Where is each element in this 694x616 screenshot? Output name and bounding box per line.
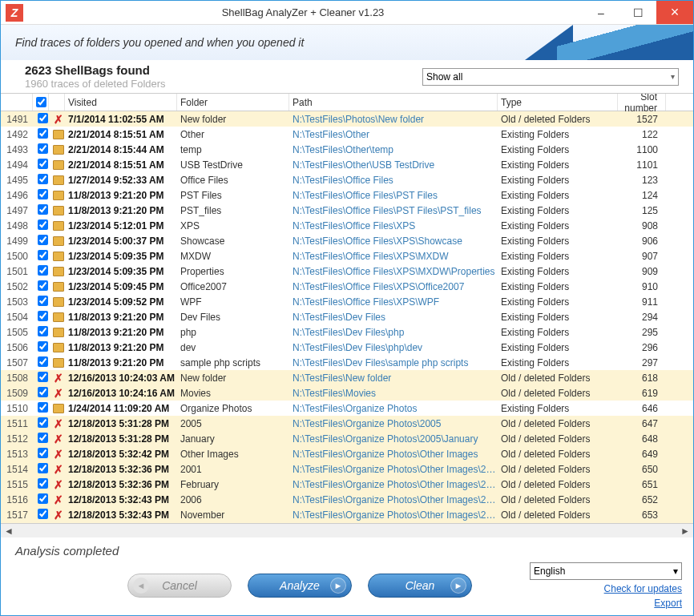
col-checkbox[interactable] (33, 94, 49, 111)
row-checkbox[interactable] (38, 189, 48, 199)
table-row[interactable]: 1512✗12/18/2013 5:31:28 PMJanuaryN:\Test… (1, 431, 693, 446)
col-slot[interactable]: Slot number (618, 94, 666, 111)
row-checkbox[interactable] (38, 356, 48, 367)
row-checkbox[interactable] (38, 448, 48, 458)
row-checkbox[interactable] (38, 159, 48, 169)
row-checkbox[interactable] (38, 143, 48, 154)
minimize-button[interactable]: – (583, 1, 619, 24)
table-row[interactable]: 149711/8/2013 9:21:20 PMPST_filesN:\Test… (1, 203, 693, 218)
row-checkbox[interactable] (38, 113, 48, 123)
row-checkbox[interactable] (38, 509, 48, 519)
table-row[interactable]: 1509✗12/16/2013 10:24:16 AMMoviesN:\Test… (1, 385, 693, 401)
col-type[interactable]: Type (498, 94, 618, 111)
table-row[interactable]: 15001/23/2014 5:09:35 PMMXDWN:\TestFiles… (1, 248, 693, 264)
row-checkbox[interactable] (38, 402, 48, 413)
row-checkbox[interactable] (38, 493, 48, 504)
col-icon[interactable] (49, 94, 65, 111)
cell-type: Existing Folders (498, 175, 618, 186)
analyze-button[interactable]: Analyze ► (248, 574, 352, 598)
row-checkbox[interactable] (38, 204, 48, 215)
table-row[interactable]: 14991/23/2014 5:00:37 PMShowcaseN:\TestF… (1, 233, 693, 248)
scroll-left-icon[interactable]: ◄ (4, 525, 14, 537)
table-row[interactable]: 1511✗12/18/2013 5:31:28 PM2005N:\TestFil… (1, 416, 693, 431)
row-checkbox[interactable] (38, 280, 48, 291)
table-row[interactable]: 14942/21/2014 8:15:51 AMUSB TestDriveN:\… (1, 157, 693, 172)
table-row[interactable]: 150511/8/2013 9:21:20 PMphpN:\TestFiles\… (1, 324, 693, 340)
table-row[interactable]: 15011/23/2014 5:09:35 PMPropertiesN:\Tes… (1, 264, 693, 279)
deleted-icon: ✗ (54, 449, 63, 460)
row-checkbox[interactable] (38, 463, 48, 473)
table-row[interactable]: 149611/8/2013 9:21:20 PMPST FilesN:\Test… (1, 187, 693, 203)
row-checkbox[interactable] (38, 387, 48, 397)
table-row[interactable]: 1508✗12/16/2013 10:24:03 AMNew folderN:\… (1, 370, 693, 385)
table-row[interactable]: 1513✗12/18/2013 5:32:42 PMOther ImagesN:… (1, 446, 693, 461)
table-row[interactable]: 14951/27/2014 9:52:33 AMOffice FilesN:\T… (1, 172, 693, 187)
table-row[interactable]: 1516✗12/18/2013 5:32:43 PM2006N:\TestFil… (1, 492, 693, 507)
cell-folder: Movies (177, 388, 289, 399)
table-row[interactable]: 15031/23/2014 5:09:52 PMWPFN:\TestFiles\… (1, 294, 693, 309)
col-index[interactable] (1, 94, 33, 111)
col-visited[interactable]: Visited (65, 94, 177, 111)
export-link[interactable]: Export (654, 598, 682, 609)
row-checkbox[interactable] (38, 433, 48, 443)
cell-icon (49, 267, 65, 276)
folder-icon (53, 282, 64, 292)
row-checkbox[interactable] (38, 219, 48, 230)
cell-checkbox (33, 280, 49, 293)
filter-dropdown[interactable]: Show all ▾ (422, 68, 679, 86)
check-updates-link[interactable]: Check for updates (604, 583, 682, 594)
select-all-checkbox[interactable] (36, 97, 46, 107)
cell-path: N:\TestFiles\Dev Files\php\dev (289, 342, 498, 353)
cell-visited: 1/23/2014 5:09:45 PM (65, 281, 177, 292)
table-row[interactable]: 1515✗12/18/2013 5:32:36 PMFebruaryN:\Tes… (1, 477, 693, 492)
language-dropdown[interactable]: English ▾ (530, 562, 682, 580)
cell-slot: 650 (618, 464, 666, 475)
horizontal-scrollbar[interactable]: ◄ ► (1, 523, 693, 537)
row-checkbox[interactable] (38, 417, 48, 428)
clean-button[interactable]: Clean ► (368, 574, 472, 598)
cell-slot: 296 (618, 342, 666, 353)
row-checkbox[interactable] (38, 296, 48, 306)
cancel-button[interactable]: ◄ Cancel (127, 574, 232, 598)
cell-index: 1506 (1, 342, 33, 353)
cell-type: Existing Folders (498, 205, 618, 216)
row-checkbox[interactable] (38, 372, 48, 382)
close-button[interactable]: × (656, 1, 693, 24)
table-row[interactable]: 14981/23/2014 5:12:01 PMXPSN:\TestFiles\… (1, 218, 693, 233)
table-row[interactable]: 150611/8/2013 9:21:20 PMdevN:\TestFiles\… (1, 340, 693, 355)
col-folder[interactable]: Folder (177, 94, 289, 111)
row-checkbox[interactable] (38, 478, 48, 489)
cell-icon (49, 358, 65, 368)
table-row[interactable]: 15101/24/2014 11:09:20 AMOrganize Photos… (1, 401, 693, 416)
row-checkbox[interactable] (38, 265, 48, 276)
cell-index: 1505 (1, 327, 33, 338)
table-row[interactable]: 1517✗12/18/2013 5:32:43 PMNovemberN:\Tes… (1, 507, 693, 522)
cell-type: Existing Folders (498, 266, 618, 277)
table-row[interactable]: 15021/23/2014 5:09:45 PMOffice2007N:\Tes… (1, 279, 693, 294)
table-row[interactable]: 14922/21/2014 8:15:51 AMOtherN:\TestFile… (1, 127, 693, 142)
cell-type: Old / deleted Folders (498, 449, 618, 460)
cell-path: N:\TestFiles\Office Files\XPS\MXDW (289, 251, 498, 262)
cell-visited: 1/27/2014 9:52:33 AM (65, 175, 177, 186)
table-row[interactable]: 1514✗12/18/2013 5:32:36 PM2001N:\TestFil… (1, 461, 693, 477)
row-checkbox[interactable] (38, 311, 48, 321)
cell-path: N:\TestFiles\Dev Files (289, 312, 498, 323)
table-row[interactable]: 150711/8/2013 9:21:20 PMsample php scrip… (1, 355, 693, 370)
cell-index: 1491 (1, 114, 33, 125)
row-checkbox[interactable] (38, 341, 48, 352)
row-checkbox[interactable] (38, 174, 48, 184)
row-checkbox[interactable] (38, 128, 48, 139)
row-checkbox[interactable] (38, 250, 48, 260)
cell-slot: 297 (618, 357, 666, 368)
col-path[interactable]: Path (289, 94, 498, 111)
cell-folder: New folder (177, 114, 289, 125)
table-row[interactable]: 14932/21/2014 8:15:44 AMtempN:\TestFiles… (1, 142, 693, 157)
cell-slot: 652 (618, 494, 666, 505)
table-row[interactable]: 150411/8/2013 9:21:20 PMDev FilesN:\Test… (1, 309, 693, 324)
row-checkbox[interactable] (38, 326, 48, 336)
row-checkbox[interactable] (38, 235, 48, 245)
maximize-button[interactable]: ☐ (619, 1, 656, 24)
scroll-right-icon[interactable]: ► (680, 525, 690, 537)
grid-body[interactable]: 1491✗7/1/2014 11:02:55 AMNew folderN:\Te… (1, 111, 693, 523)
table-row[interactable]: 1491✗7/1/2014 11:02:55 AMNew folderN:\Te… (1, 111, 693, 127)
